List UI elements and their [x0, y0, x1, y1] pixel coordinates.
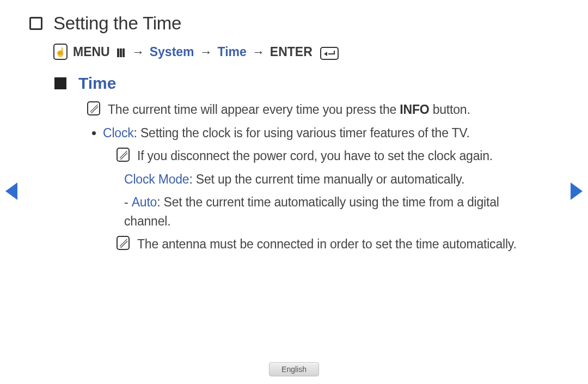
auto-line: - Auto: Set the current time automatical… [117, 193, 539, 230]
info-button-label: INFO [400, 102, 429, 117]
auto-label: Auto [132, 195, 157, 209]
note-icon [87, 101, 100, 115]
arrow-icon: → [132, 45, 144, 59]
chapter-bullet-icon [29, 17, 42, 30]
clock-line: Clock: Setting the clock is for using va… [87, 124, 539, 143]
section-heading-row: Time [54, 74, 555, 93]
square-bullet-icon [54, 77, 66, 89]
clock-label: Clock [103, 126, 134, 140]
next-page-button[interactable] [571, 182, 583, 200]
clock-disconnect-note: If you disconnect the power cord, you ha… [117, 147, 539, 166]
breadcrumb-system: System [150, 45, 194, 59]
clock-text: : Setting the clock is for using various… [134, 126, 470, 140]
note-text: If you disconnect the power cord, you ha… [137, 147, 493, 166]
note-text: The antenna must be connected in order t… [137, 235, 517, 254]
manual-page: Setting the Time ☝ MENU → System → Time … [0, 0, 588, 384]
title-row: Setting the Time [33, 13, 555, 34]
remote-hand-icon: ☝ [53, 44, 68, 60]
auto-text: : Set the current time automatically usi… [124, 195, 499, 228]
clock-mode-line: Clock Mode: Set up the current time manu… [117, 170, 539, 189]
breadcrumb-time: Time [218, 45, 247, 59]
note-text-suffix: button. [429, 102, 470, 117]
note-info-line: The current time will appear every time … [87, 100, 539, 119]
menu-grid-icon [115, 48, 126, 58]
bullet-icon [92, 131, 96, 135]
note-icon [117, 148, 130, 162]
arrow-icon: → [252, 45, 265, 59]
breadcrumb-enter: ENTER [270, 45, 313, 59]
prev-page-button[interactable] [5, 182, 17, 200]
page-title: Setting the Time [53, 13, 181, 34]
enter-key-icon [320, 47, 339, 60]
breadcrumb: ☝ MENU → System → Time → ENTER [53, 44, 555, 60]
breadcrumb-menu: MENU [73, 45, 110, 59]
note-icon [117, 236, 130, 250]
clock-mode-label: Clock Mode [124, 172, 189, 186]
section-title: Time [78, 74, 116, 93]
content-body: The current time will appear every time … [87, 100, 555, 254]
arrow-icon: → [200, 45, 212, 59]
clock-mode-text: : Set up the current time manually or au… [189, 172, 464, 186]
note-text: The current time will appear every time … [108, 102, 400, 117]
language-badge[interactable]: English [269, 362, 319, 376]
antenna-note: The antenna must be connected in order t… [117, 235, 539, 254]
dash: - [124, 195, 132, 209]
